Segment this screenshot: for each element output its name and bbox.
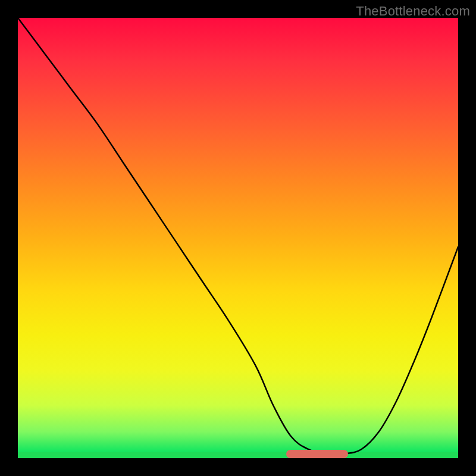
- optimal-range-marker: [286, 450, 348, 458]
- plot-area: [18, 18, 458, 458]
- chart-frame: TheBottleneck.com: [0, 0, 476, 476]
- bottleneck-curve-path: [18, 18, 458, 455]
- bottleneck-curve: [18, 18, 458, 458]
- watermark-text: TheBottleneck.com: [356, 4, 470, 19]
